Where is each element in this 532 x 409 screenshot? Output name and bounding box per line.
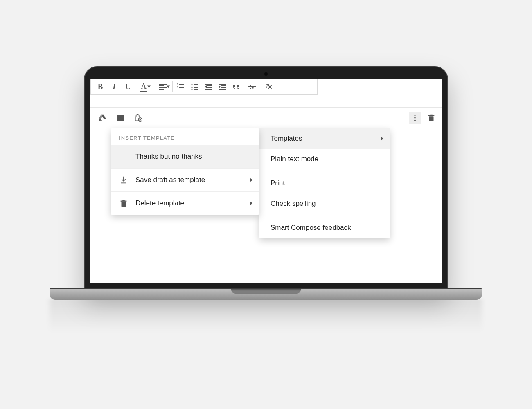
templates-submenu: INSERT TEMPLATE Thanks but no thanks Sav…	[111, 128, 259, 215]
menu-item-check-spelling[interactable]: Check spelling	[259, 193, 390, 214]
caret-down-icon	[167, 86, 170, 88]
italic-button[interactable]: I	[107, 80, 121, 94]
webcam	[264, 72, 268, 76]
toolbar-separator	[260, 81, 260, 92]
menu-item-delete-template[interactable]: Delete template	[111, 191, 259, 215]
svg-point-41	[414, 120, 416, 121]
svg-point-40	[414, 117, 416, 119]
screen-content: B I U A 1 2	[90, 79, 442, 283]
submenu-section-label: INSERT TEMPLATE	[111, 128, 259, 145]
text-color-glyph: A	[140, 82, 147, 92]
discard-draft-button[interactable]	[425, 112, 437, 124]
google-drive-icon	[98, 113, 107, 122]
svg-rect-42	[429, 116, 434, 121]
menu-item-label: Smart Compose feedback	[271, 224, 351, 232]
svg-point-9	[191, 86, 192, 88]
align-button[interactable]	[154, 80, 171, 94]
menu-item-label: Save draft as template	[135, 176, 205, 184]
numbered-list-icon: 1 2	[176, 83, 185, 91]
svg-rect-47	[122, 202, 126, 207]
quote-button[interactable]	[229, 80, 243, 94]
template-item-thanks-but-no-thanks[interactable]: Thanks but no thanks	[111, 145, 259, 168]
menu-item-label: Print	[271, 179, 285, 187]
indent-less-button[interactable]	[201, 80, 215, 94]
svg-marker-18	[205, 85, 207, 88]
bold-button[interactable]: B	[93, 80, 107, 94]
svg-text:2: 2	[177, 86, 178, 89]
align-left-icon	[159, 83, 167, 91]
more-options-button[interactable]	[409, 112, 421, 124]
menu-item-smart-compose-feedback[interactable]: Smart Compose feedback	[259, 218, 390, 238]
indent-more-icon	[218, 83, 226, 91]
trash-icon	[119, 199, 128, 208]
menu-item-label: Templates	[271, 135, 302, 143]
menu-divider	[259, 171, 390, 171]
toolbar-separator	[153, 81, 153, 92]
laptop-notch	[231, 289, 301, 294]
caret-right-icon	[250, 201, 252, 205]
svg-point-10	[191, 89, 192, 90]
menu-item-plain-text[interactable]: Plain text mode	[259, 149, 390, 169]
toolbar-separator	[244, 81, 244, 92]
laptop-base	[50, 288, 482, 300]
indent-less-icon	[204, 83, 212, 91]
drive-insert-button[interactable]	[96, 112, 108, 124]
menu-item-templates[interactable]: Templates	[259, 128, 390, 149]
menu-item-print[interactable]: Print	[259, 173, 390, 193]
download-icon	[119, 175, 128, 184]
indent-more-button[interactable]	[215, 80, 229, 94]
insert-photo-button[interactable]	[114, 112, 126, 124]
caret-right-icon	[381, 137, 383, 141]
bulleted-list-icon	[190, 83, 198, 91]
svg-rect-35	[135, 117, 140, 121]
toolbar-separator	[172, 81, 173, 92]
svg-line-38	[140, 120, 141, 120]
strikethrough-icon: S	[248, 83, 256, 91]
menu-item-label: Delete template	[135, 199, 184, 207]
svg-marker-23	[219, 85, 221, 88]
bulleted-list-button[interactable]	[187, 80, 201, 94]
svg-point-8	[191, 84, 192, 85]
menu-item-label: Check spelling	[271, 200, 316, 208]
formatting-toolbar: B I U A 1 2	[90, 79, 318, 95]
svg-rect-49	[122, 200, 125, 201]
svg-text:1: 1	[177, 83, 178, 86]
remove-formatting-icon: T	[264, 83, 272, 91]
insert-action-row	[90, 107, 442, 128]
text-color-button[interactable]: A	[135, 80, 152, 94]
laptop-reflection	[50, 299, 482, 333]
photo-icon	[116, 113, 125, 122]
caret-down-icon	[147, 86, 151, 88]
svg-rect-44	[430, 115, 433, 115]
strikethrough-button[interactable]: S	[245, 80, 259, 94]
remove-formatting-button[interactable]: T	[261, 80, 275, 94]
quote-icon	[232, 83, 240, 91]
trash-icon	[427, 113, 436, 122]
more-vertical-icon	[410, 113, 419, 122]
svg-point-39	[414, 115, 416, 116]
menu-item-save-draft-as-template[interactable]: Save draft as template	[111, 168, 259, 191]
laptop-lid: MacBook Pro B I U A	[84, 66, 448, 291]
caret-right-icon	[250, 178, 252, 182]
lock-clock-icon	[134, 113, 143, 122]
menu-item-label: Plain text mode	[271, 155, 318, 163]
confidential-mode-button[interactable]	[132, 112, 144, 124]
underline-button[interactable]: U	[121, 80, 135, 94]
numbered-list-button[interactable]: 1 2	[174, 80, 187, 94]
more-options-menu: Templates Plain text mode Print Check sp…	[259, 128, 390, 238]
menu-divider	[259, 216, 390, 216]
menu-item-label: Thanks but no thanks	[135, 153, 202, 161]
